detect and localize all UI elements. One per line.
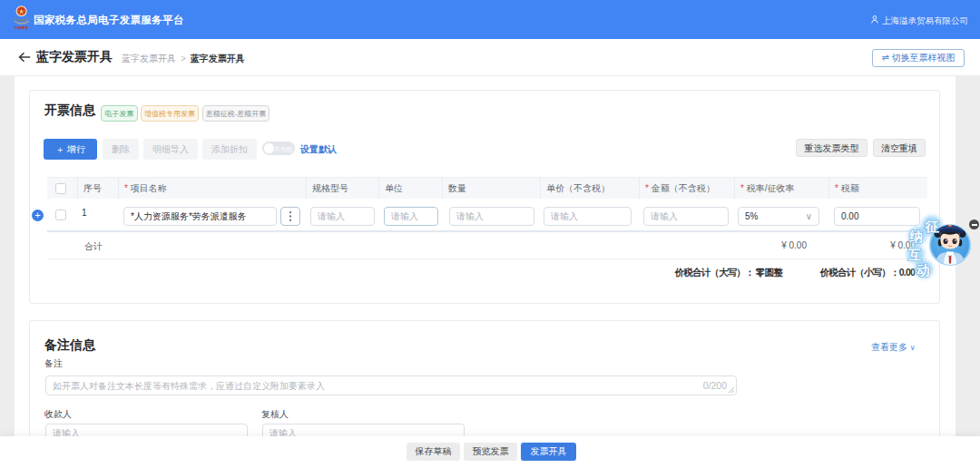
svg-text:互: 互 xyxy=(907,247,922,262)
svg-text:征: 征 xyxy=(925,219,940,234)
svg-text:中国税务: 中国税务 xyxy=(15,25,29,31)
svg-text:纳: 纳 xyxy=(909,229,924,244)
svg-text:动: 动 xyxy=(916,262,930,278)
